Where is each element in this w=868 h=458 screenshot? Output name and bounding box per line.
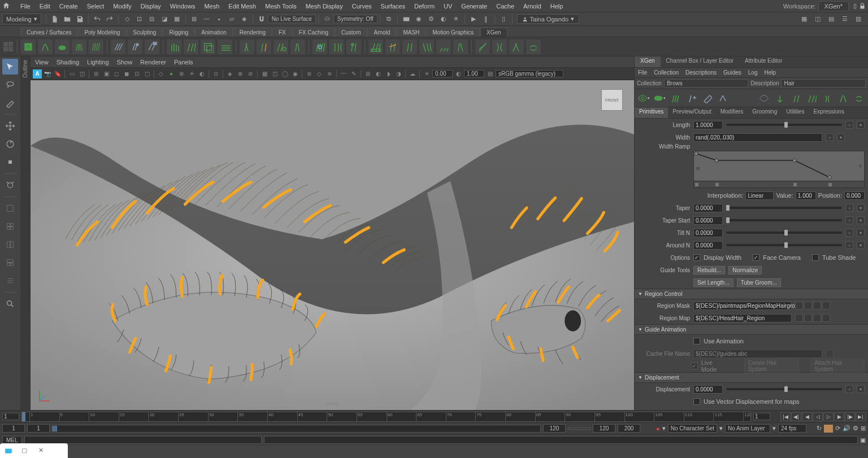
goto-start-icon[interactable]: |◀ <box>780 412 791 421</box>
regionmap-browse-icon[interactable] <box>813 314 821 322</box>
shelf-tab-arnold[interactable]: Arnold <box>367 28 396 37</box>
xg-icon-top-1[interactable] <box>773 91 787 105</box>
layout-outliner-icon[interactable] <box>2 273 18 289</box>
menu-surfaces[interactable]: Surfaces <box>376 3 410 10</box>
xgen-btn-24[interactable] <box>436 40 451 54</box>
res-gate-icon[interactable]: ◻ <box>112 69 121 78</box>
shelf-tab-motion[interactable]: Motion Graphics <box>426 28 480 37</box>
render-frame-icon[interactable] <box>401 14 412 25</box>
select-uv-icon[interactable]: ▦ <box>171 14 183 25</box>
select-edge-icon[interactable]: ⊟ <box>146 14 158 25</box>
facecamera-checkbox[interactable] <box>753 254 760 261</box>
collection-dropdown[interactable]: Brows <box>664 79 749 88</box>
xgen-menu-log[interactable]: Log <box>748 69 758 76</box>
xgen-btn-5[interactable] <box>89 40 103 54</box>
view-transform-icon[interactable]: ▤ <box>485 69 494 78</box>
xgen-btn-26[interactable] <box>475 40 490 54</box>
section-guideanim[interactable]: ▼Guide Animation <box>635 324 868 335</box>
subtab-modifiers[interactable]: Modifiers <box>716 107 748 118</box>
menu-generate[interactable]: Generate <box>457 3 492 10</box>
xgen-btn-19[interactable] <box>346 40 361 54</box>
taskbar-close-icon[interactable]: ✕ <box>38 447 46 455</box>
useanim-checkbox[interactable] <box>693 338 700 344</box>
range-start-in-field[interactable]: 1 <box>27 424 50 433</box>
menu-modify[interactable]: Modify <box>108 3 136 10</box>
sidebar-toggle-icon[interactable]: ▯ <box>853 2 857 10</box>
tiltn-slider[interactable] <box>726 232 842 234</box>
viewcube[interactable]: FRONT <box>601 89 623 111</box>
length-field[interactable]: 1.0000 <box>693 121 723 129</box>
xg-icon-flip[interactable] <box>716 91 730 105</box>
open-scene-icon[interactable] <box>62 14 73 25</box>
range-end-in-field[interactable]: 120 <box>543 424 566 433</box>
anim-prefs-icon[interactable]: ⊞ <box>861 425 866 432</box>
position-field[interactable]: 0.000 <box>844 191 865 200</box>
timeslider-start-field[interactable]: 1 <box>2 413 19 420</box>
two-side-icon[interactable]: ◫ <box>77 69 86 78</box>
play-fwd-icon[interactable]: ▷ <box>823 412 834 421</box>
autokey-icon[interactable]: ▾ <box>662 425 666 432</box>
tab-xgen[interactable]: XGen <box>635 56 661 67</box>
construction-history-icon[interactable]: ⧉ <box>383 14 394 25</box>
xgen-btn-13[interactable] <box>240 40 254 54</box>
xg-icon-top-vis[interactable] <box>757 91 771 105</box>
snap-grid-icon[interactable]: ⊞ <box>189 14 200 25</box>
shelf-tab-rigging[interactable]: Rigging <box>163 28 194 37</box>
script-editor-icon[interactable]: ▣ <box>860 437 866 444</box>
gate-mask-icon[interactable]: ◼ <box>122 69 131 78</box>
lasso-tool-icon[interactable] <box>2 77 18 93</box>
view-menu[interactable]: View <box>35 59 49 66</box>
hypershade-icon[interactable]: ◐ <box>438 14 449 25</box>
xgen-btn-2[interactable] <box>38 40 53 54</box>
regionmap-menu-icon[interactable] <box>822 314 830 322</box>
xray-icon[interactable]: ◈ <box>225 69 235 78</box>
view-transform-dropdown[interactable]: sRGB gamma (legacy) <box>496 70 563 77</box>
length-menu-icon[interactable]: ▾ <box>857 121 865 129</box>
layout-four-icon[interactable] <box>2 219 18 234</box>
time-slider-track[interactable]: 1510152025303540455055606570758085909510… <box>21 412 751 422</box>
subtab-primitives[interactable]: Primitives <box>635 107 668 118</box>
bookmark-icon[interactable]: 🔖 <box>53 69 62 78</box>
gamma-field[interactable]: 1.00 <box>464 70 484 77</box>
xgen-btn-12[interactable] <box>218 40 232 54</box>
tiltn-menu-icon[interactable]: ▾ <box>857 229 865 237</box>
menu-cache[interactable]: Cache <box>492 3 519 10</box>
description-dropdown[interactable]: Hair <box>781 79 866 88</box>
taperstart-slider[interactable] <box>726 219 842 221</box>
xgen-menu-collection[interactable]: Collection <box>654 69 679 76</box>
toggle-attr-editor-icon[interactable]: ▤ <box>826 14 837 25</box>
shading-menu[interactable]: Shading <box>57 59 79 66</box>
symmetry-dropdown[interactable]: Symmetry: Off <box>333 15 377 23</box>
playblast-icon[interactable]: ▶ <box>468 14 479 25</box>
select-vert-icon[interactable]: ⊡ <box>134 14 145 25</box>
magnet-icon[interactable] <box>256 14 267 25</box>
subtab-grooming[interactable]: Grooming <box>748 107 782 118</box>
disp-field[interactable]: 0.0000 <box>693 385 723 394</box>
shelf-tab-rendering[interactable]: Rendering <box>233 28 272 37</box>
shelf-tab-custom[interactable]: Custom <box>335 28 367 37</box>
regionmap-field[interactable]: ${DESC}/HeadHair_Region <box>693 314 792 322</box>
taperstart-field[interactable]: 0.0000 <box>693 216 723 225</box>
tubeshade-checkbox[interactable] <box>812 254 819 261</box>
shelf-layout-icon[interactable] <box>3 42 14 51</box>
step-back-key-icon[interactable]: ◀| <box>791 412 801 421</box>
scale-tool-icon[interactable] <box>2 154 18 170</box>
regionmask-menu-icon[interactable] <box>822 302 830 309</box>
motion-trail-icon[interactable]: 〰 <box>339 69 348 78</box>
xg-icon-top-5[interactable] <box>836 91 850 105</box>
new-scene-icon[interactable] <box>49 14 60 25</box>
regionmask-browse-icon[interactable] <box>813 302 821 309</box>
step-fwd-key-icon[interactable]: |▶ <box>845 412 855 421</box>
subdiv-icon[interactable]: ◫ <box>270 69 279 78</box>
lights-icon[interactable]: ☀ <box>187 69 196 78</box>
smooth-icon[interactable]: ◯ <box>280 69 289 78</box>
displaywidth-checkbox[interactable] <box>693 254 700 261</box>
grease-icon[interactable]: ✎ <box>349 69 358 78</box>
goto-end-icon[interactable]: ▶| <box>856 412 866 421</box>
tiltn-field[interactable]: 0.0000 <box>693 229 723 237</box>
interp-dropdown[interactable]: Linear <box>745 191 774 200</box>
xgen-menu-guides[interactable]: Guides <box>723 69 741 76</box>
xg-icon-top-4[interactable] <box>821 91 834 105</box>
grid-icon[interactable]: ⊞ <box>92 69 101 78</box>
subtab-preview[interactable]: Preview/Output <box>668 107 715 118</box>
